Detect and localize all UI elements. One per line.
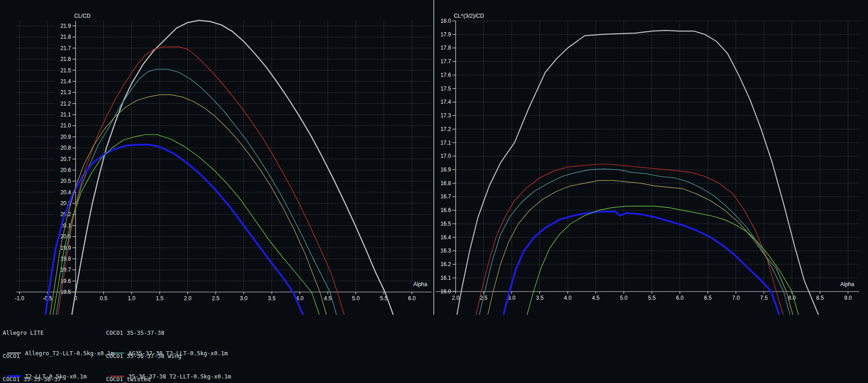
- y-tick-label: 20.8: [61, 145, 71, 151]
- left-chart-title: CL/CD: [74, 13, 91, 19]
- curve-AG35-37-38 T2-LLT-0.5kg-x0.1m: [479, 169, 791, 316]
- left-x-axis-label: Alpha: [413, 281, 427, 287]
- y-tick-label: 17.6: [441, 72, 452, 78]
- y-tick-label: 16.6: [441, 207, 452, 213]
- x-tick-label: 5.0: [352, 295, 360, 302]
- y-tick-label: 17.1: [441, 140, 452, 146]
- x-tick-label: 6.5: [704, 295, 712, 301]
- y-tick-label: 21.0: [61, 122, 71, 129]
- y-tick-label: 21.1: [61, 111, 71, 118]
- y-tick-label: 20.7: [61, 156, 71, 162]
- y-tick-label: 21.5: [61, 67, 71, 74]
- y-tick-label: 21.4: [61, 78, 71, 85]
- y-tick-label: 17.4: [441, 99, 452, 105]
- y-tick-label: 17.7: [441, 58, 452, 65]
- x-tick-label: 5.5: [648, 295, 656, 301]
- curve-35-36-37-38 T2-LLT-0.5kg-x0.1m: [476, 164, 783, 316]
- y-tick-label: 16.2: [441, 261, 452, 267]
- y-tick-label: 17.2: [441, 126, 452, 132]
- curve-AG35-37-38 T2-LLT-0.5kg-x0.1m: [56, 69, 338, 320]
- y-tick-label: 21.6: [61, 56, 71, 62]
- x-tick-label: 4.0: [564, 295, 572, 301]
- x-tick-label: 6.0: [676, 295, 684, 301]
- y-tick-label: 16.3: [441, 247, 452, 254]
- x-tick-label: 4.5: [324, 295, 332, 302]
- x-tick-label: 7.5: [760, 295, 768, 301]
- curve-Allegro_T2-LLT-0.5kg-x0.1m: [71, 20, 395, 320]
- x-tick-label: 8.5: [816, 295, 824, 301]
- y-tick-label: 18.0: [441, 18, 452, 24]
- x-tick-label: 5.0: [620, 295, 628, 301]
- y-tick-label: 21.8: [61, 34, 71, 40]
- plane-name: COCO1_twisted: [106, 376, 218, 383]
- y-tick-label: 17.5: [441, 86, 452, 92]
- x-tick-label: 7.0: [732, 295, 740, 301]
- y-tick-label: 21.2: [61, 101, 71, 107]
- y-tick-label: 20.5: [61, 178, 71, 184]
- y-tick-label: 17.3: [441, 112, 452, 119]
- y-tick-label: 20.4: [61, 189, 71, 196]
- x-tick-label: 1.5: [156, 295, 163, 302]
- y-tick-label: 19.9: [61, 245, 71, 251]
- polar-view: { "app": { "background": "#080c11", "div…: [0, 0, 868, 383]
- x-tick-label: 1.0: [128, 295, 136, 302]
- x-tick-label: 3.0: [240, 295, 248, 302]
- y-tick-label: 21.3: [61, 89, 71, 96]
- y-tick-label: 16.9: [441, 166, 452, 173]
- y-tick-label: 21.9: [61, 23, 71, 29]
- x-tick-label: 4.5: [592, 295, 600, 301]
- y-tick-label: 16.7: [441, 193, 452, 200]
- x-tick-label: 3.5: [536, 295, 543, 301]
- y-tick-label: 21.7: [61, 45, 71, 51]
- y-tick-label: 17.8: [441, 45, 452, 51]
- y-tick-label: 17.9: [441, 31, 452, 38]
- x-tick-label: 2.0: [184, 295, 192, 302]
- x-tick-label: 8.0: [788, 295, 796, 301]
- legend-entry-coco1-twisted: COCO1_twisted twisted_T2-LLT-0.5kg-x0.1m: [106, 363, 218, 383]
- chart-cl-over-cd[interactable]: 21.921.821.721.621.521.421.321.221.121.0…: [15, 20, 431, 320]
- y-tick-label: 20.9: [61, 134, 71, 140]
- y-tick-label: 16.8: [441, 180, 452, 186]
- y-tick-label: 16.4: [441, 234, 452, 241]
- x-tick-label: 2.5: [212, 295, 220, 302]
- panel-divider: [433, 0, 434, 315]
- y-tick-label: 17.0: [441, 153, 452, 159]
- plane-name: COCO1 35-36-37-38 wing: [106, 353, 231, 359]
- y-tick-label: 16.1: [441, 275, 452, 281]
- plane-name: Allegro LITE: [3, 330, 114, 336]
- x-tick-label: 2.0: [452, 295, 460, 301]
- y-tick-label: 20.6: [61, 167, 71, 173]
- y-tick-label: 16.5: [441, 221, 452, 227]
- curve-COCO35-36-37 T2-LLT-0.5kg-x0.1m: [487, 181, 793, 316]
- x-tick-label: 9.0: [844, 295, 852, 301]
- chart-cl32-over-cd[interactable]: 18.017.917.817.717.617.517.417.317.217.1…: [436, 18, 859, 316]
- right-x-axis-label: Alpha: [840, 281, 854, 287]
- x-tick-label: -1.0: [15, 295, 25, 302]
- y-tick-label: 19.7: [61, 267, 71, 273]
- plane-name: COCO1 35-35-37-38: [106, 330, 228, 336]
- plane-name: COCO1: [3, 353, 86, 359]
- x-tick-label: 6.0: [408, 295, 416, 302]
- right-chart-title: CL^(3/2)/CD: [454, 13, 484, 19]
- x-tick-label: 3.5: [268, 295, 276, 302]
- x-tick-label: 0.5: [100, 295, 107, 302]
